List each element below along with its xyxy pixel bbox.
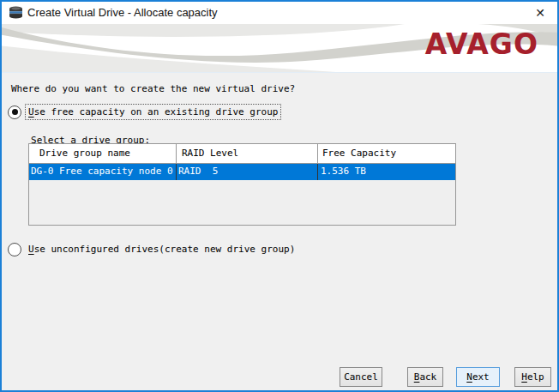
window-title: Create Virtual Drive - Allocate capacity	[27, 2, 218, 24]
cell-drive-group-name[interactable]: DG-0 Free capacity node 0	[29, 164, 177, 180]
back-button[interactable]: Back	[407, 367, 443, 387]
label-rest: se free capacity on an existing drive gr…	[34, 106, 279, 118]
titlebar: Create Virtual Drive - Allocate capacity…	[2, 2, 557, 24]
table-row[interactable]: DG-0 Free capacity node 0 RAID 5 1.536 T…	[29, 164, 455, 180]
label-rest: se unconfigured drives(create new drive …	[34, 244, 296, 255]
label-rest: elp	[527, 371, 544, 383]
cancel-button[interactable]: Cancel	[340, 367, 382, 387]
mnemonic-letter: N	[466, 371, 472, 383]
radio-use-free-capacity-label[interactable]: Use free capacity on an existing drive g…	[25, 104, 281, 120]
mnemonic-letter: U	[28, 244, 34, 255]
create-virtual-drive-dialog: Create Virtual Drive - Allocate capacity…	[0, 0, 559, 392]
mnemonic-letter: H	[521, 371, 527, 383]
question-text: Where do you want to create the new virt…	[11, 83, 295, 94]
radio-use-unconfigured-drives-label[interactable]: Use unconfigured drives(create new drive…	[25, 241, 298, 257]
column-header-raid-level[interactable]: RAID Level	[177, 144, 318, 164]
radio-use-unconfigured-drives[interactable]: Use unconfigured drives(create new drive…	[8, 241, 298, 257]
avago-logo: AVAGO	[425, 27, 538, 62]
brand-header: AVAGO	[2, 24, 557, 73]
table-header-row: Drive group name RAID Level Free Capacit…	[29, 144, 455, 164]
mnemonic-letter: B	[414, 371, 420, 383]
radio-button-icon[interactable]	[8, 243, 21, 256]
table-empty-area	[29, 180, 455, 225]
label-rest: ack	[419, 371, 436, 383]
disk-stack-icon	[9, 6, 23, 20]
next-button[interactable]: Next	[456, 367, 500, 387]
radio-button-icon[interactable]	[8, 106, 21, 119]
column-header-drive-group-name[interactable]: Drive group name	[29, 144, 177, 164]
cell-raid-level[interactable]: RAID 5	[177, 164, 318, 180]
label-rest: ext	[472, 371, 490, 383]
help-button[interactable]: Help	[514, 367, 551, 387]
column-header-free-capacity[interactable]: Free Capacity	[318, 144, 455, 164]
close-icon[interactable]: ✕	[532, 4, 549, 21]
mnemonic-letter: U	[28, 106, 34, 118]
radio-use-free-capacity[interactable]: Use free capacity on an existing drive g…	[8, 104, 281, 120]
drive-group-table: Drive group name RAID Level Free Capacit…	[28, 143, 456, 226]
cell-free-capacity[interactable]: 1.536 TB	[318, 164, 455, 180]
